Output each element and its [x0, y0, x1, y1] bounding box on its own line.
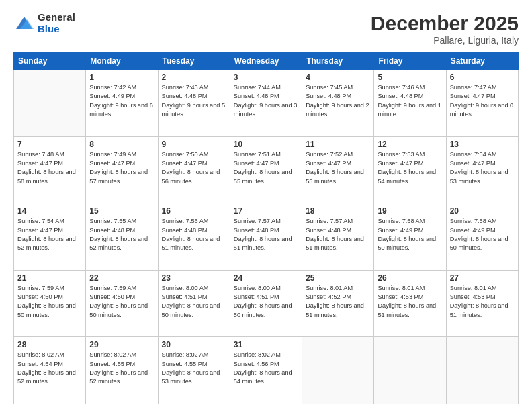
calendar-cell: 17Sunrise: 7:57 AMSunset: 4:48 PMDayligh… [230, 203, 302, 271]
day-info: Sunrise: 7:59 AMSunset: 4:50 PMDaylight:… [89, 284, 154, 320]
calendar-cell: 14Sunrise: 7:54 AMSunset: 4:47 PMDayligh… [14, 203, 86, 271]
day-info: Sunrise: 7:42 AMSunset: 4:49 PMDaylight:… [89, 83, 154, 119]
calendar-cell: 4Sunrise: 7:45 AMSunset: 4:48 PMDaylight… [302, 70, 374, 137]
calendar-cell: 7Sunrise: 7:48 AMSunset: 4:47 PMDaylight… [14, 136, 86, 203]
day-number: 18 [306, 206, 370, 216]
day-info: Sunrise: 8:01 AMSunset: 4:52 PMDaylight:… [306, 284, 370, 320]
header: General Blue December 2025 Pallare, Ligu… [13, 12, 519, 46]
day-info: Sunrise: 7:56 AMSunset: 4:48 PMDaylight:… [162, 217, 226, 253]
day-info: Sunrise: 7:54 AMSunset: 4:47 PMDaylight:… [450, 150, 515, 186]
day-info: Sunrise: 8:01 AMSunset: 4:53 PMDaylight:… [378, 284, 442, 320]
calendar-cell: 23Sunrise: 8:00 AMSunset: 4:51 PMDayligh… [158, 270, 230, 337]
calendar-cell: 1Sunrise: 7:42 AMSunset: 4:49 PMDaylight… [86, 70, 158, 137]
location: Pallare, Liguria, Italy [371, 35, 519, 46]
day-number: 22 [89, 273, 154, 283]
day-number: 26 [378, 273, 442, 283]
day-number: 13 [450, 140, 515, 149]
day-info: Sunrise: 7:58 AMSunset: 4:49 PMDaylight:… [450, 217, 515, 253]
calendar-cell [446, 337, 518, 404]
calendar-cell: 30Sunrise: 8:02 AMSunset: 4:55 PMDayligh… [158, 337, 230, 404]
day-number: 17 [234, 206, 298, 216]
day-number: 21 [17, 273, 82, 283]
calendar-cell: 24Sunrise: 8:00 AMSunset: 4:51 PMDayligh… [230, 270, 302, 337]
day-info: Sunrise: 7:57 AMSunset: 4:48 PMDaylight:… [306, 217, 370, 253]
day-info: Sunrise: 8:00 AMSunset: 4:51 PMDaylight:… [162, 284, 226, 320]
day-header-tuesday: Tuesday [158, 53, 230, 70]
calendar-cell: 16Sunrise: 7:56 AMSunset: 4:48 PMDayligh… [158, 203, 230, 271]
logo-blue-text: Blue [38, 24, 75, 35]
calendar-cell: 5Sunrise: 7:46 AMSunset: 4:48 PMDaylight… [374, 70, 446, 137]
day-info: Sunrise: 7:59 AMSunset: 4:50 PMDaylight:… [17, 284, 82, 320]
day-number: 9 [162, 140, 226, 149]
day-number: 29 [89, 340, 154, 349]
calendar-cell: 22Sunrise: 7:59 AMSunset: 4:50 PMDayligh… [86, 270, 158, 337]
calendar-cell: 25Sunrise: 8:01 AMSunset: 4:52 PMDayligh… [302, 270, 374, 337]
day-info: Sunrise: 8:02 AMSunset: 4:55 PMDaylight:… [89, 351, 154, 386]
day-info: Sunrise: 7:58 AMSunset: 4:49 PMDaylight:… [378, 217, 442, 253]
calendar-cell: 11Sunrise: 7:52 AMSunset: 4:47 PMDayligh… [302, 136, 374, 203]
day-number: 4 [306, 73, 370, 82]
logo-icon [13, 14, 35, 33]
calendar-cell: 3Sunrise: 7:44 AMSunset: 4:48 PMDaylight… [230, 70, 302, 137]
day-number: 6 [450, 73, 515, 82]
day-number: 2 [162, 73, 226, 82]
calendar-cell: 19Sunrise: 7:58 AMSunset: 4:49 PMDayligh… [374, 203, 446, 271]
day-info: Sunrise: 7:52 AMSunset: 4:47 PMDaylight:… [306, 150, 370, 186]
calendar-cell: 21Sunrise: 7:59 AMSunset: 4:50 PMDayligh… [14, 270, 86, 337]
day-info: Sunrise: 7:44 AMSunset: 4:48 PMDaylight:… [234, 83, 298, 119]
day-number: 10 [234, 140, 298, 149]
day-number: 14 [17, 206, 82, 216]
day-header-thursday: Thursday [302, 53, 374, 70]
calendar-cell [14, 70, 86, 137]
day-info: Sunrise: 7:49 AMSunset: 4:47 PMDaylight:… [89, 150, 154, 186]
day-number: 19 [378, 206, 442, 216]
calendar-cell [302, 337, 374, 404]
calendar-cell: 26Sunrise: 8:01 AMSunset: 4:53 PMDayligh… [374, 270, 446, 337]
day-info: Sunrise: 7:43 AMSunset: 4:48 PMDaylight:… [162, 83, 226, 119]
day-number: 16 [162, 206, 226, 216]
day-header-wednesday: Wednesday [230, 53, 302, 70]
day-info: Sunrise: 7:53 AMSunset: 4:47 PMDaylight:… [378, 150, 442, 186]
day-number: 7 [17, 140, 82, 149]
calendar-cell: 6Sunrise: 7:47 AMSunset: 4:47 PMDaylight… [446, 70, 518, 137]
calendar-week-row: 21Sunrise: 7:59 AMSunset: 4:50 PMDayligh… [14, 270, 519, 337]
day-info: Sunrise: 7:55 AMSunset: 4:48 PMDaylight:… [89, 217, 154, 253]
day-number: 25 [306, 273, 370, 283]
day-number: 31 [234, 340, 298, 349]
day-info: Sunrise: 7:54 AMSunset: 4:47 PMDaylight:… [17, 217, 82, 253]
month-title: December 2025 [371, 12, 519, 35]
day-number: 30 [162, 340, 226, 349]
calendar-cell: 10Sunrise: 7:51 AMSunset: 4:47 PMDayligh… [230, 136, 302, 203]
logo: General Blue [13, 12, 75, 34]
calendar-week-row: 14Sunrise: 7:54 AMSunset: 4:47 PMDayligh… [14, 203, 519, 271]
day-info: Sunrise: 7:50 AMSunset: 4:47 PMDaylight:… [162, 150, 226, 186]
calendar-cell [374, 337, 446, 404]
day-number: 5 [378, 73, 442, 82]
day-number: 12 [378, 140, 442, 149]
calendar-cell: 15Sunrise: 7:55 AMSunset: 4:48 PMDayligh… [86, 203, 158, 271]
calendar-week-row: 7Sunrise: 7:48 AMSunset: 4:47 PMDaylight… [14, 136, 519, 203]
day-number: 20 [450, 206, 515, 216]
day-header-sunday: Sunday [14, 53, 86, 70]
day-info: Sunrise: 8:00 AMSunset: 4:51 PMDaylight:… [234, 284, 298, 320]
day-header-saturday: Saturday [446, 53, 518, 70]
day-number: 3 [234, 73, 298, 82]
calendar-header-row: SundayMondayTuesdayWednesdayThursdayFrid… [14, 53, 519, 70]
calendar-cell: 20Sunrise: 7:58 AMSunset: 4:49 PMDayligh… [446, 203, 518, 271]
calendar-cell: 31Sunrise: 8:02 AMSunset: 4:56 PMDayligh… [230, 337, 302, 404]
day-number: 1 [89, 73, 154, 82]
day-info: Sunrise: 7:51 AMSunset: 4:47 PMDaylight:… [234, 150, 298, 186]
day-info: Sunrise: 7:48 AMSunset: 4:47 PMDaylight:… [17, 150, 82, 186]
day-number: 27 [450, 273, 515, 283]
day-info: Sunrise: 7:46 AMSunset: 4:48 PMDaylight:… [378, 83, 442, 119]
day-number: 8 [89, 140, 154, 149]
day-number: 11 [306, 140, 370, 149]
day-info: Sunrise: 8:02 AMSunset: 4:55 PMDaylight:… [162, 351, 226, 386]
day-info: Sunrise: 8:02 AMSunset: 4:56 PMDaylight:… [234, 351, 298, 386]
calendar-cell: 28Sunrise: 8:02 AMSunset: 4:54 PMDayligh… [14, 337, 86, 404]
logo-text: General Blue [38, 12, 75, 34]
day-info: Sunrise: 8:02 AMSunset: 4:54 PMDaylight:… [17, 351, 82, 386]
calendar-table: SundayMondayTuesdayWednesdayThursdayFrid… [13, 52, 519, 404]
calendar-cell: 9Sunrise: 7:50 AMSunset: 4:47 PMDaylight… [158, 136, 230, 203]
calendar-week-row: 28Sunrise: 8:02 AMSunset: 4:54 PMDayligh… [14, 337, 519, 404]
